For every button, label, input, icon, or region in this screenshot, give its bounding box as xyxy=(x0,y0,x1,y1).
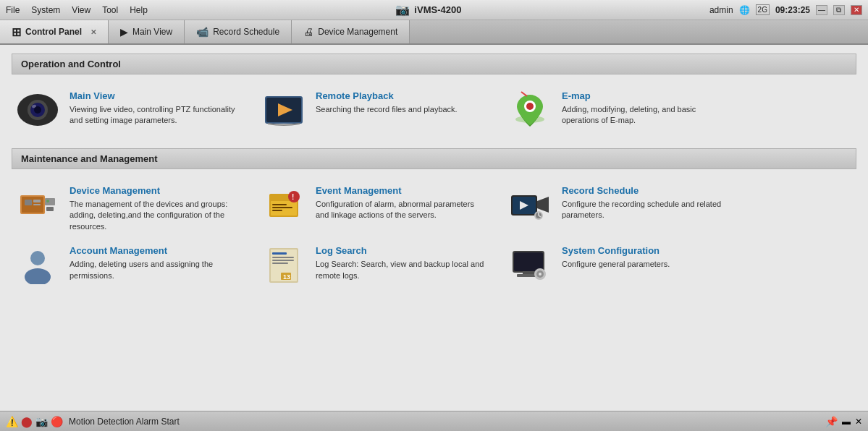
e-map-desc: Adding, modifying, deleting, and basic o… xyxy=(562,104,733,127)
menu-system[interactable]: System xyxy=(31,5,60,15)
remote-playback-title: Remote Playback xyxy=(316,90,486,101)
remote-playback-item[interactable]: Remote Playback Searching the record fil… xyxy=(258,88,489,132)
globe-icon: 🌐 xyxy=(739,5,750,15)
operation-control-title: Operation and Control xyxy=(21,59,121,69)
app-title: 📷 iVMS-4200 xyxy=(395,3,461,17)
control-panel-tab-close[interactable]: ✕ xyxy=(90,28,96,36)
svg-rect-14 xyxy=(33,200,41,202)
log-search-icon: 13 xyxy=(261,245,307,284)
alert-icon: ⚠️ xyxy=(6,416,18,427)
tab-main-view[interactable]: ▶ Main View xyxy=(109,20,185,43)
account-management-icon xyxy=(14,245,61,284)
maintenance-management-items: Device Management The management of the … xyxy=(12,175,856,299)
log-search-text: Log Search Log Search: Search, view and … xyxy=(316,245,486,281)
status-message: Motion Detection Alarm Start xyxy=(69,417,819,427)
svg-rect-37 xyxy=(272,252,287,255)
menu-view[interactable]: View xyxy=(72,5,90,15)
system-configuration-title: System Configuration xyxy=(562,245,733,256)
operation-control-items: Main View Viewing live video, controllin… xyxy=(12,80,856,144)
record-schedule-desc: Configure the recording schedule and rel… xyxy=(562,199,733,221)
statusbar: ⚠️ ⬤ 📷 🔴 Motion Detection Alarm Start 📌 … xyxy=(0,411,868,431)
event-management-item[interactable]: ! Event Management Configuration of alar… xyxy=(258,182,489,235)
device-management-icon xyxy=(14,185,61,224)
menu-help[interactable]: Help xyxy=(130,5,148,15)
record-schedule-text: Record Schedule Configure the recording … xyxy=(562,185,733,221)
app-icon: 📷 xyxy=(395,3,410,17)
time-label: 09:23:25 xyxy=(775,5,810,15)
device-management-tab-label: Device Management xyxy=(318,27,397,37)
svg-point-10 xyxy=(526,103,534,110)
svg-rect-13 xyxy=(25,200,32,205)
restore-button[interactable]: ⧉ xyxy=(833,5,845,15)
record-schedule-tab-icon: 📹 xyxy=(196,26,208,38)
camera-status-icon: 📷 xyxy=(35,416,48,427)
control-panel-tab-label: Control Panel xyxy=(25,27,82,37)
device-management-title: Device Management xyxy=(69,185,240,196)
close-status-icon[interactable]: ✕ xyxy=(855,417,862,427)
device-management-item[interactable]: Device Management The management of the … xyxy=(12,182,243,235)
status-icons: ⚠️ ⬤ 📷 🔴 xyxy=(6,416,63,427)
minimize-status-icon[interactable]: ▬ xyxy=(842,417,851,427)
system-configuration-icon xyxy=(507,245,553,284)
maintenance-management-section: Maintenance and Management xyxy=(12,148,856,299)
main-view-tab-icon: ▶ xyxy=(120,26,128,38)
svg-point-33 xyxy=(30,251,45,265)
maintenance-management-title: Maintenance and Management xyxy=(21,153,158,164)
tabbar: ⊞ Control Panel ✕ ▶ Main View 📹 Record S… xyxy=(0,20,868,45)
log-search-desc: Log Search: Search, view and backup loca… xyxy=(316,259,486,281)
app-name-label: iVMS-4200 xyxy=(414,4,461,15)
maintenance-management-header: Maintenance and Management xyxy=(12,148,856,169)
e-map-title: E-map xyxy=(562,90,733,101)
account-management-desc: Adding, deleting users and assigning the… xyxy=(69,259,240,281)
tab-control-panel[interactable]: ⊞ Control Panel ✕ xyxy=(0,20,109,43)
event-management-icon: ! xyxy=(261,185,307,224)
operation-control-header: Operation and Control xyxy=(12,54,856,74)
device-management-tab-icon: 🖨 xyxy=(303,26,313,38)
pin-icon[interactable]: 📌 xyxy=(825,416,838,427)
event-management-title: Event Management xyxy=(316,185,486,196)
event-management-text: Event Management Configuration of alarm,… xyxy=(316,185,486,221)
record-schedule-item[interactable]: Record Schedule Configure the recording … xyxy=(504,182,736,235)
menu-bar: File System View Tool Help xyxy=(6,5,148,15)
svg-rect-38 xyxy=(272,257,294,258)
svg-point-34 xyxy=(25,268,51,284)
svg-point-17 xyxy=(46,200,49,202)
account-management-item[interactable]: Account Management Adding, deleting user… xyxy=(12,242,243,287)
main-view-title: Main View xyxy=(69,90,240,101)
menu-file[interactable]: File xyxy=(6,5,20,15)
user-label: admin xyxy=(709,5,733,15)
svg-point-49 xyxy=(539,273,542,276)
main-view-item[interactable]: Main View Viewing live video, controllin… xyxy=(12,88,243,132)
record-schedule-title: Record Schedule xyxy=(562,185,733,196)
e-map-text: E-map Adding, modifying, deleting, and b… xyxy=(562,90,733,127)
titlebar: File System View Tool Help 📷 iVMS-4200 a… xyxy=(0,0,868,20)
title-right: admin 🌐 2G 09:23:25 — ⧉ ✕ xyxy=(709,4,862,15)
account-management-text: Account Management Adding, deleting user… xyxy=(69,245,240,281)
status-right-controls: 📌 ▬ ✕ xyxy=(825,416,862,427)
tab-device-management[interactable]: 🖨 Device Management xyxy=(292,20,410,43)
svg-rect-18 xyxy=(46,207,54,211)
remote-playback-text: Remote Playback Searching the record fil… xyxy=(316,90,486,115)
main-view-icon xyxy=(14,90,61,129)
event-management-desc: Configuration of alarm, abnormal paramet… xyxy=(316,199,486,221)
main-view-tab-label: Main View xyxy=(132,27,172,37)
svg-rect-40 xyxy=(272,263,288,264)
menu-tool[interactable]: Tool xyxy=(102,5,118,15)
minimize-button[interactable]: — xyxy=(816,5,827,15)
device-management-text: Device Management The management of the … xyxy=(69,185,240,232)
log-search-title: Log Search xyxy=(316,245,486,256)
svg-point-3 xyxy=(34,106,41,114)
e-map-item[interactable]: E-map Adding, modifying, deleting, and b… xyxy=(504,88,736,132)
main-view-text: Main View Viewing live video, controllin… xyxy=(69,90,240,127)
warning-status-icon: 🔴 xyxy=(51,416,63,427)
log-search-item[interactable]: 13 Log Search Log Search: Search, view a… xyxy=(258,242,489,287)
record-status-icon: ⬤ xyxy=(21,416,33,427)
svg-text:13: 13 xyxy=(283,273,290,281)
close-button[interactable]: ✕ xyxy=(851,5,862,15)
svg-rect-22 xyxy=(272,207,292,208)
record-schedule-tab-label: Record Schedule xyxy=(213,27,279,37)
system-configuration-item[interactable]: System Configuration Configure general p… xyxy=(504,242,736,287)
svg-rect-21 xyxy=(272,204,287,205)
account-management-title: Account Management xyxy=(69,245,240,256)
tab-record-schedule[interactable]: 📹 Record Schedule xyxy=(185,20,292,43)
